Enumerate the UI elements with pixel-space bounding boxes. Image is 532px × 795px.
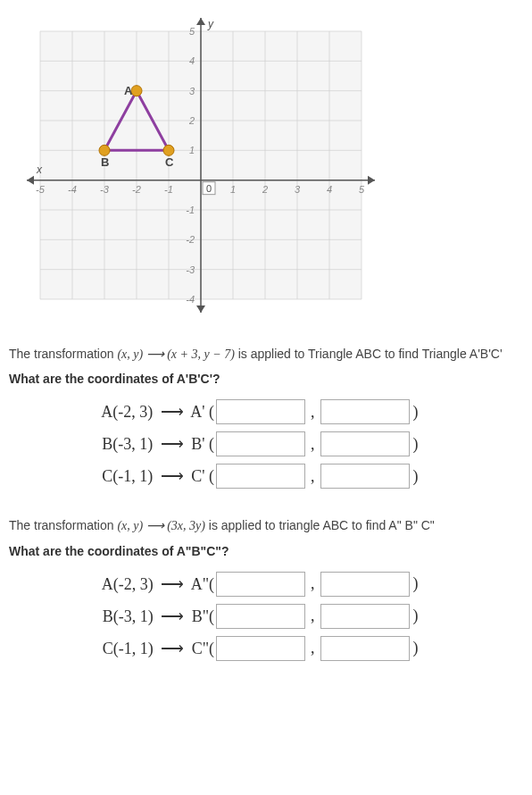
svg-text:-2: -2: [186, 234, 195, 245]
q2-x-0[interactable]: [216, 572, 305, 597]
q2-row-1: B(-3, 1) ⟶ B"(,): [9, 604, 523, 629]
svg-text:2: 2: [188, 115, 195, 126]
svg-marker-26: [196, 18, 205, 25]
svg-text:-1: -1: [164, 184, 173, 195]
q1-y-1[interactable]: [320, 431, 410, 456]
svg-text:A: A: [124, 84, 133, 97]
svg-text:x: x: [36, 163, 43, 176]
svg-text:1: 1: [189, 145, 195, 155]
svg-text:3: 3: [189, 86, 195, 96]
q1-y-2[interactable]: [320, 464, 410, 489]
svg-text:y: y: [207, 18, 214, 30]
q1-row-1: B(-3, 1) ⟶ B' (,): [9, 431, 523, 456]
q2-row-2: C(-1, 1) ⟶ C"(,): [9, 636, 523, 661]
q1-x-2[interactable]: [216, 464, 305, 489]
svg-text:5: 5: [359, 184, 365, 195]
q2-y-1[interactable]: [320, 604, 410, 629]
svg-text:4: 4: [327, 184, 332, 195]
svg-text:-2: -2: [132, 184, 141, 195]
coordinate-graph: -5-4-3-2-112345-4-3-2-1123450xyABC: [13, 13, 388, 317]
svg-text:5: 5: [189, 26, 195, 37]
orig-coords: C(-1, 1) ⟶ C"(: [80, 639, 214, 658]
orig-coords: A(-2, 3) ⟶ A"(: [80, 574, 214, 594]
svg-text:-4: -4: [186, 294, 195, 305]
svg-marker-27: [196, 305, 205, 313]
svg-text:-1: -1: [186, 205, 195, 215]
svg-text:-5: -5: [36, 184, 46, 195]
svg-text:-3: -3: [100, 184, 110, 195]
q1-x-0[interactable]: [216, 399, 305, 424]
q2-x-1[interactable]: [216, 604, 305, 629]
svg-text:C: C: [165, 155, 174, 169]
q1-row-2: C(-1, 1) ⟶ C' (,): [9, 464, 523, 489]
svg-marker-25: [27, 176, 34, 185]
orig-coords: B(-3, 1) ⟶ B"(: [80, 607, 214, 626]
q2-row-0: A(-2, 3) ⟶ A"(,): [9, 572, 523, 597]
q2-y-0[interactable]: [320, 572, 410, 597]
q2-x-2[interactable]: [216, 636, 305, 661]
q1-y-0[interactable]: [320, 399, 410, 424]
q1-prompt: What are the coordinates of A'B'C'?: [9, 372, 523, 386]
q2-intro: The transformation (x, y) ⟶ (3x, 3y) is …: [9, 515, 523, 536]
q1-x-1[interactable]: [216, 431, 305, 456]
svg-text:2: 2: [262, 184, 268, 195]
orig-coords: B(-3, 1) ⟶ B' (: [80, 434, 214, 454]
q2-prompt: What are the coordinates of A"B"C"?: [9, 544, 523, 558]
q2-y-2[interactable]: [320, 636, 410, 661]
svg-point-52: [131, 86, 142, 96]
svg-text:1: 1: [230, 184, 236, 195]
svg-text:3: 3: [295, 184, 301, 195]
svg-marker-24: [368, 176, 375, 185]
orig-coords: A(-2, 3) ⟶ A' (: [80, 402, 214, 422]
orig-coords: C(-1, 1) ⟶ C' (: [80, 466, 214, 486]
q1-intro: The transformation (x, y) ⟶ (x + 3, y − …: [9, 344, 523, 364]
svg-text:0: 0: [206, 183, 212, 194]
svg-text:B: B: [101, 155, 109, 169]
q1-row-0: A(-2, 3) ⟶ A' (,): [9, 399, 523, 424]
svg-text:-3: -3: [186, 264, 195, 275]
svg-point-53: [99, 145, 110, 155]
svg-text:-4: -4: [68, 184, 77, 195]
svg-point-54: [163, 145, 174, 155]
svg-text:4: 4: [189, 55, 195, 66]
